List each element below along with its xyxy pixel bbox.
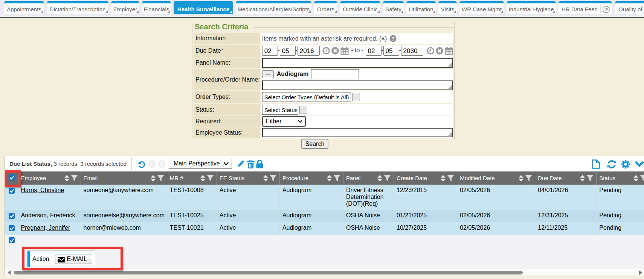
svg-text:?: ?: [391, 35, 395, 41]
